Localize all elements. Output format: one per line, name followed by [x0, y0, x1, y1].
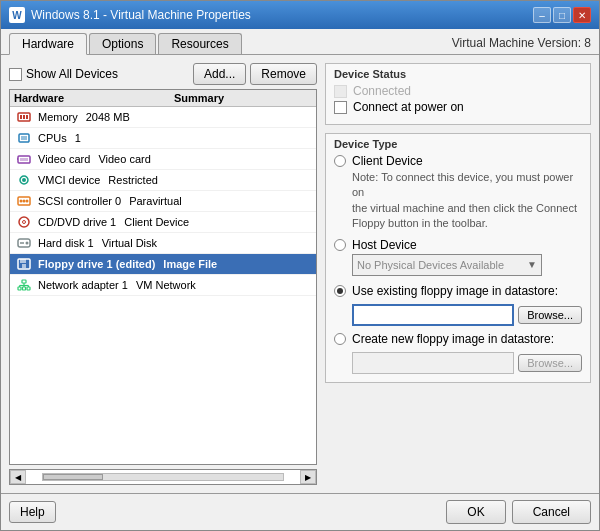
window-controls: – □ ✕: [533, 7, 591, 23]
show-all-checkbox[interactable]: [9, 68, 22, 81]
svg-rect-3: [26, 115, 28, 119]
show-all-row: Show All Devices Add... Remove: [9, 63, 317, 85]
device-summary: 2048 MB: [82, 110, 134, 124]
device-summary: Virtual Disk: [98, 236, 161, 250]
scroll-track: [42, 473, 284, 481]
scroll-right[interactable]: ▶: [300, 470, 316, 484]
device-name: CD/DVD drive 1: [34, 215, 120, 229]
device-name: Memory: [34, 110, 82, 124]
use-existing-radio[interactable]: [334, 285, 346, 297]
cpu-icon: [14, 130, 34, 146]
left-panel: Show All Devices Add... Remove Hardware …: [9, 63, 317, 485]
table-row[interactable]: CPUs 1: [10, 128, 316, 149]
help-button[interactable]: Help: [9, 501, 56, 523]
hardware-table: Hardware Summary Memory 2048 MB CPUs: [9, 89, 317, 465]
scsi-icon: [14, 193, 34, 209]
svg-point-16: [23, 221, 26, 224]
svg-rect-23: [22, 280, 26, 283]
use-existing-input[interactable]: [352, 304, 514, 326]
scroll-left[interactable]: ◀: [10, 470, 26, 484]
svg-rect-21: [20, 259, 26, 263]
table-row[interactable]: Network adapter 1 VM Network: [10, 275, 316, 296]
svg-point-14: [26, 200, 29, 203]
floppy-icon: [14, 256, 34, 272]
ok-button[interactable]: OK: [446, 500, 505, 524]
video-icon: [14, 151, 34, 167]
connect-at-power-row: Connect at power on: [334, 100, 582, 114]
client-device-row: Client Device: [334, 154, 582, 168]
use-existing-input-row: Browse...: [352, 304, 582, 326]
create-new-row: Create new floppy image in datastore:: [334, 332, 582, 346]
connect-at-power-label: Connect at power on: [353, 100, 464, 114]
tab-options[interactable]: Options: [89, 33, 156, 54]
device-name: Floppy drive 1 (edited): [34, 257, 159, 271]
svg-rect-25: [23, 287, 26, 290]
host-device-radio[interactable]: [334, 239, 346, 251]
harddisk-icon: [14, 235, 34, 251]
device-summary: Client Device: [120, 215, 193, 229]
device-buttons: Add... Remove: [193, 63, 317, 85]
minimize-button[interactable]: –: [533, 7, 551, 23]
connected-row: Connected: [334, 84, 582, 98]
table-row[interactable]: CD/DVD drive 1 Client Device: [10, 212, 316, 233]
svg-point-15: [19, 217, 29, 227]
table-row[interactable]: Floppy drive 1 (edited) Image File: [10, 254, 316, 275]
create-new-browse-button: Browse...: [518, 354, 582, 372]
table-row[interactable]: SCSI controller 0 Paravirtual: [10, 191, 316, 212]
horizontal-scrollbar[interactable]: ◀ ▶: [9, 469, 317, 485]
svg-point-12: [20, 200, 23, 203]
host-device-select[interactable]: No Physical Devices Available ▼: [352, 254, 542, 276]
tabs-row: Hardware Options Resources Virtual Machi…: [1, 29, 599, 55]
add-button[interactable]: Add...: [193, 63, 246, 85]
svg-point-13: [23, 200, 26, 203]
device-summary: Image File: [159, 257, 221, 271]
table-header: Hardware Summary: [10, 90, 316, 107]
svg-rect-26: [27, 287, 30, 290]
host-device-label: Host Device: [352, 238, 417, 252]
close-button[interactable]: ✕: [573, 7, 591, 23]
connect-at-power-checkbox[interactable]: [334, 101, 347, 114]
device-summary: 1: [71, 131, 85, 145]
use-existing-label: Use existing floppy image in datastore:: [352, 284, 558, 298]
device-summary: Video card: [94, 152, 154, 166]
cancel-button[interactable]: Cancel: [512, 500, 591, 524]
device-name: Video card: [34, 152, 94, 166]
client-device-note: Note: To connect this device, you must p…: [352, 170, 582, 232]
device-name: Network adapter 1: [34, 278, 132, 292]
device-summary: Restricted: [104, 173, 162, 187]
remove-button[interactable]: Remove: [250, 63, 317, 85]
show-all-left: Show All Devices: [9, 67, 118, 81]
create-new-radio[interactable]: [334, 333, 346, 345]
create-new-input: [352, 352, 514, 374]
vmci-icon: [14, 172, 34, 188]
vm-version: Virtual Machine Version: 8: [452, 36, 591, 54]
use-existing-row: Use existing floppy image in datastore:: [334, 284, 582, 298]
scroll-thumb[interactable]: [43, 474, 103, 480]
network-icon: [14, 277, 34, 293]
tab-resources[interactable]: Resources: [158, 33, 241, 54]
client-device-radio[interactable]: [334, 155, 346, 167]
device-summary: VM Network: [132, 278, 200, 292]
cddvd-icon: [14, 214, 34, 230]
table-row[interactable]: Hard disk 1 Virtual Disk: [10, 233, 316, 254]
maximize-button[interactable]: □: [553, 7, 571, 23]
host-device-row: Host Device: [334, 238, 582, 252]
tab-hardware[interactable]: Hardware: [9, 33, 87, 55]
table-row[interactable]: VMCI device Restricted: [10, 170, 316, 191]
device-name: VMCI device: [34, 173, 104, 187]
use-existing-browse-button[interactable]: Browse...: [518, 306, 582, 324]
device-status-title: Device Status: [334, 68, 582, 80]
bottom-right: OK Cancel: [446, 500, 591, 524]
device-type-title: Device Type: [334, 138, 582, 150]
memory-icon: [14, 109, 34, 125]
device-name: CPUs: [34, 131, 71, 145]
device-status-section: Device Status Connected Connect at power…: [325, 63, 591, 125]
table-row[interactable]: Memory 2048 MB: [10, 107, 316, 128]
svg-rect-1: [20, 115, 22, 119]
connected-label: Connected: [353, 84, 411, 98]
svg-rect-24: [18, 287, 21, 290]
title-bar: W Windows 8.1 - Virtual Machine Properti…: [1, 1, 599, 29]
client-device-label: Client Device: [352, 154, 423, 168]
table-row[interactable]: Video card Video card: [10, 149, 316, 170]
main-window: W Windows 8.1 - Virtual Machine Properti…: [0, 0, 600, 531]
